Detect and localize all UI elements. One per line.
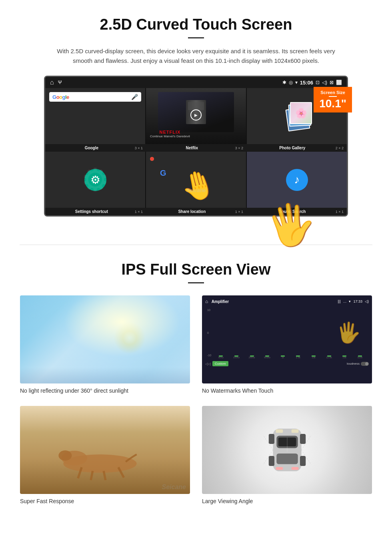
google-search-bar[interactable]: Google 🎤 xyxy=(49,92,141,102)
amplifier-image: ⌂ Amplifier ||| … ▾ 17:33 ◁) 10 0 xyxy=(202,295,372,383)
cheetah-svg xyxy=(32,438,168,482)
cheetah-watermark: Seicane xyxy=(162,484,186,491)
section2-underline xyxy=(188,282,204,283)
eq-scale: 10 0 -10 xyxy=(207,307,211,359)
custom-button[interactable]: Custom xyxy=(212,361,228,366)
title-underline xyxy=(188,37,204,38)
svg-rect-17 xyxy=(276,467,283,470)
hand-overlay: 🖐 xyxy=(262,197,320,253)
svg-rect-11 xyxy=(268,434,274,444)
eq-bar-1k: 1k xyxy=(276,355,290,359)
feature-grid: No light reflecting under 360° direct su… xyxy=(20,295,372,504)
maps-app-cell[interactable]: G 🤚 xyxy=(146,152,246,208)
sunlight-caption: No light reflecting under 360° direct su… xyxy=(20,387,190,394)
eq-bar-2k5: 2.5k xyxy=(291,355,305,359)
car-top-view-svg xyxy=(263,418,311,482)
feature-car: Large Viewing Angle xyxy=(202,406,372,504)
svg-rect-12 xyxy=(300,434,306,444)
svg-rect-15 xyxy=(276,429,283,433)
eq-bar-100hz: 100hz xyxy=(230,355,244,359)
netflix-app-cell[interactable]: ▶ NETFLIX Continue Marvel's Daredevil xyxy=(146,88,246,144)
music-size: 1 × 1 xyxy=(336,210,344,214)
mic-icon[interactable]: 🎤 xyxy=(131,94,138,100)
netflix-play-button[interactable]: ▶ xyxy=(190,109,202,120)
google-label: Google xyxy=(48,146,135,150)
maps-label: Share location xyxy=(149,209,235,214)
feature-sunlight: No light reflecting under 360° direct su… xyxy=(20,295,190,394)
window-icon: ⬜ xyxy=(336,80,342,85)
pointing-hand: 🤚 xyxy=(176,165,218,206)
amp-nav-left[interactable]: ◁◁ xyxy=(205,362,211,366)
settings-app-cell[interactable]: ⚙ ⚙ xyxy=(45,152,145,208)
badge-title: Screen Size xyxy=(319,90,346,95)
app-grid-row1: Google 🎤 ▶ xyxy=(45,88,347,144)
car-caption: Large Viewing Angle xyxy=(202,498,372,504)
eq-bar-200hz: 200hz xyxy=(245,355,259,359)
device-wrapper: Screen Size 10.1" ⌂ Ψ ✱ ◎ ▾ 15:06 ⊡ ◁) ⊠ xyxy=(44,76,348,217)
status-left: ⌂ Ψ xyxy=(50,79,62,86)
netflix-size: 3 × 2 xyxy=(235,146,243,150)
section2-title: IPS Full Screen View xyxy=(20,261,372,278)
photo-stack: 🌸 xyxy=(283,100,311,132)
amp-wifi-icon: ▾ xyxy=(349,299,351,303)
section1-description: With 2.5D curved-display screen, this de… xyxy=(56,46,336,66)
svg-point-2 xyxy=(58,450,72,461)
svg-rect-9 xyxy=(276,454,298,464)
amp-volume-icon: ◁) xyxy=(365,299,369,303)
amp-time: 17:33 xyxy=(353,299,362,303)
maps-size: 1 × 1 xyxy=(235,210,243,214)
netflix-subtitle: Continue Marvel's Daredevil xyxy=(150,134,190,138)
home-icon[interactable]: ⌂ xyxy=(50,79,54,86)
music-app-cell[interactable]: ♪ xyxy=(247,152,347,208)
eq-bar-12k5: 12.5k xyxy=(322,355,336,359)
gallery-label: Photo Gallery xyxy=(249,146,336,150)
amp-header: ⌂ Amplifier ||| … ▾ 17:33 ◁) xyxy=(205,299,369,304)
loudness-label: loudness xyxy=(347,362,360,365)
amp-menu-icon: ||| xyxy=(338,299,340,303)
google-logo: Google xyxy=(52,94,69,100)
volume-icon: ◁) xyxy=(322,80,327,85)
eq-bar-10k: 10k xyxy=(307,355,321,359)
section1-title: 2.5D Curved Touch Screen xyxy=(24,16,368,33)
status-right: ✱ ◎ ▾ 15:06 ⊡ ◁) ⊠ ⬜ xyxy=(282,80,342,86)
netflix-label: NETFLIX Continue Marvel's Daredevil xyxy=(150,130,190,138)
badge-size: 10.1" xyxy=(319,97,346,110)
svg-rect-14 xyxy=(300,456,306,466)
loudness-switch: loudness xyxy=(347,362,369,366)
location-icon: ◎ xyxy=(289,80,293,85)
svg-rect-13 xyxy=(268,456,274,466)
car-image xyxy=(202,406,372,494)
settings-size: 1 × 1 xyxy=(135,210,143,214)
section-ips-screen: IPS Full Screen View No light reflecting… xyxy=(0,245,392,516)
touch-hand: 🖐 xyxy=(336,307,361,359)
svg-rect-18 xyxy=(291,467,298,470)
close-icon: ⊠ xyxy=(330,80,334,85)
amp-bottom-controls: ◁◁ Custom loudness xyxy=(205,361,369,366)
cheetah-caption: Super Fast Response xyxy=(20,498,190,504)
device-screen: ⌂ Ψ ✱ ◎ ▾ 15:06 ⊡ ◁) ⊠ ⬜ xyxy=(44,76,348,217)
music-icon: ♪ xyxy=(286,169,308,191)
feature-amplifier: ⌂ Amplifier ||| … ▾ 17:33 ◁) 10 0 xyxy=(202,295,372,394)
sunlight-image xyxy=(20,295,190,383)
netflix-label: Netflix xyxy=(149,146,235,150)
loudness-toggle[interactable] xyxy=(361,362,369,366)
settings-label: Settings shortcut xyxy=(48,209,135,214)
section-curved-screen: 2.5D Curved Touch Screen With 2.5D curve… xyxy=(0,0,392,229)
camera-icon: ⊡ xyxy=(316,80,320,85)
amplifier-caption: No Watermarks When Touch xyxy=(202,387,372,394)
svg-rect-16 xyxy=(291,429,298,433)
netflix-brand: NETFLIX xyxy=(150,130,190,134)
feature-cheetah: Seicane Super Fast Response xyxy=(20,406,190,504)
eq-bar-500hz: 500hz xyxy=(260,355,274,359)
google-size: 3 × 1 xyxy=(135,146,143,150)
eq-container: 10 0 -10 60hz xyxy=(205,307,369,359)
cheetah-image: Seicane xyxy=(20,406,190,494)
status-time: 15:06 xyxy=(300,80,313,86)
eq-bar-60hz: 60hz xyxy=(214,355,228,359)
wifi-icon: ▾ xyxy=(295,80,298,85)
photo-3: 🌸 xyxy=(290,102,312,124)
amp-title: Amplifier xyxy=(212,299,229,304)
status-bar: ⌂ Ψ ✱ ◎ ▾ 15:06 ⊡ ◁) ⊠ ⬜ xyxy=(45,77,347,88)
badge-underline xyxy=(329,96,337,97)
google-app-cell[interactable]: Google 🎤 xyxy=(45,88,145,144)
